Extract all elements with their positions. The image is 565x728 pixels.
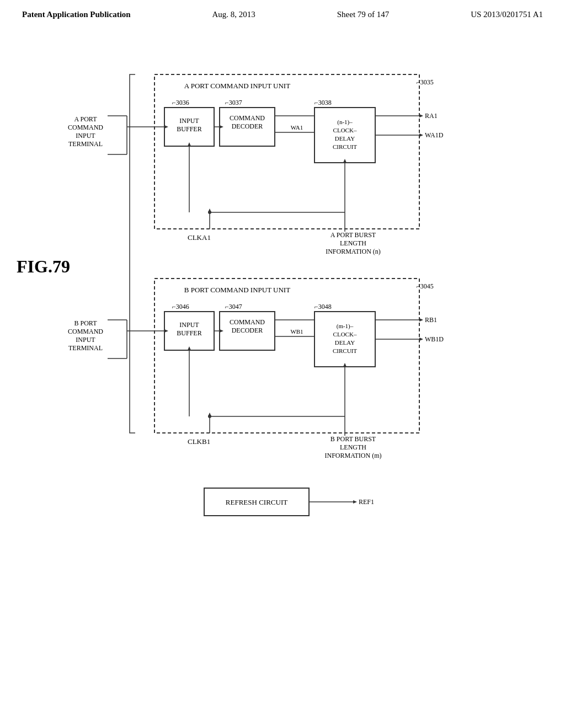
ref-3036: ⌐3036 <box>172 99 189 106</box>
svg-rect-0 <box>154 74 419 229</box>
svg-text:LENGTH: LENGTH <box>340 239 366 247</box>
b-port-unit-title: B PORT COMMAND INPUT UNIT <box>184 286 290 294</box>
b-burst-info-label: B PORT BURST <box>331 435 376 443</box>
wa1-label: WA1 <box>291 124 303 131</box>
a-port-terminal-label: A PORT <box>74 115 98 123</box>
a-burst-info-label: A PORT BURST <box>331 231 376 239</box>
svg-marker-21 <box>419 114 423 117</box>
main-content: FIG.79 A PORT COMMAND INPUT UNIT ⌐3035 ⌐… <box>0 25 565 720</box>
svg-text:DELAY: DELAY <box>335 339 355 346</box>
svg-point-68 <box>208 415 211 418</box>
publication-type: Patent Application Publication <box>22 10 131 19</box>
a-clock-delay-label: (n-1)– <box>337 119 353 126</box>
svg-text:INPUT: INPUT <box>76 336 95 344</box>
svg-text:CIRCUIT: CIRCUIT <box>333 143 357 150</box>
a-command-decoder-label: COMMAND <box>230 114 265 122</box>
ref-3048: ⌐3048 <box>315 303 332 311</box>
svg-marker-60 <box>419 338 423 341</box>
a-port-unit-title: A PORT COMMAND INPUT UNIT <box>184 82 290 90</box>
ref-3038: ⌐3038 <box>315 99 332 106</box>
svg-text:LENGTH: LENGTH <box>340 443 366 451</box>
b-input-buffer-label: INPUT <box>179 321 199 329</box>
svg-text:CLOCK–: CLOCK– <box>333 127 357 133</box>
wb1-label: WB1 <box>290 328 303 335</box>
patent-number: US 2013/0201751 A1 <box>471 10 543 19</box>
svg-point-32 <box>208 211 211 214</box>
svg-text:INPUT: INPUT <box>76 132 95 140</box>
svg-text:INFORMATION (n): INFORMATION (n) <box>326 248 381 255</box>
pub-date: Aug. 8, 2013 <box>212 10 255 19</box>
ref1-label: REF1 <box>359 498 374 506</box>
ref-3035: ⌐3035 <box>417 78 434 86</box>
svg-marker-57 <box>419 318 423 322</box>
svg-marker-24 <box>419 133 423 137</box>
svg-rect-36 <box>154 279 419 433</box>
svg-text:TERMINAL: TERMINAL <box>68 344 103 352</box>
svg-text:COMMAND: COMMAND <box>68 328 103 335</box>
page-header: Patent Application Publication Aug. 8, 2… <box>0 0 565 19</box>
svg-text:CLOCK–: CLOCK– <box>333 331 357 338</box>
ref-3047: ⌐3047 <box>225 303 242 311</box>
a-input-buffer-label: INPUT <box>179 117 199 125</box>
rb1-label: RB1 <box>425 316 437 324</box>
svg-text:BUFFER: BUFFER <box>177 125 201 133</box>
svg-text:DECODER: DECODER <box>232 326 263 334</box>
b-command-decoder-label: COMMAND <box>230 318 265 326</box>
svg-text:COMMAND: COMMAND <box>68 124 103 131</box>
clka1-label: CLKA1 <box>188 233 211 242</box>
ref-3037: ⌐3037 <box>225 99 242 106</box>
ra1-label: RA1 <box>425 112 438 120</box>
refresh-circuit-label: REFRESH CIRCUIT <box>226 498 287 506</box>
svg-text:TERMINAL: TERMINAL <box>68 140 103 148</box>
wa1d-label: WA1D <box>425 131 444 139</box>
clkb1-label: CLKB1 <box>188 437 210 446</box>
b-port-terminal-label: B PORT <box>74 319 98 327</box>
ref-3045: ⌐3045 <box>417 282 434 290</box>
ref-3046: ⌐3046 <box>172 303 189 311</box>
b-clock-delay-label: (m-1)– <box>337 323 354 330</box>
wb1d-label: WB1D <box>425 335 444 343</box>
svg-text:INFORMATION (m): INFORMATION (m) <box>325 452 382 459</box>
svg-marker-74 <box>353 500 357 504</box>
svg-text:BUFFER: BUFFER <box>177 329 201 337</box>
diagram-svg: A PORT COMMAND INPUT UNIT ⌐3035 ⌐3036 IN… <box>0 25 565 720</box>
svg-text:CIRCUIT: CIRCUIT <box>333 347 357 354</box>
sheet-info: Sheet 79 of 147 <box>337 10 390 19</box>
svg-text:DECODER: DECODER <box>232 122 263 130</box>
svg-text:DELAY: DELAY <box>335 135 355 142</box>
